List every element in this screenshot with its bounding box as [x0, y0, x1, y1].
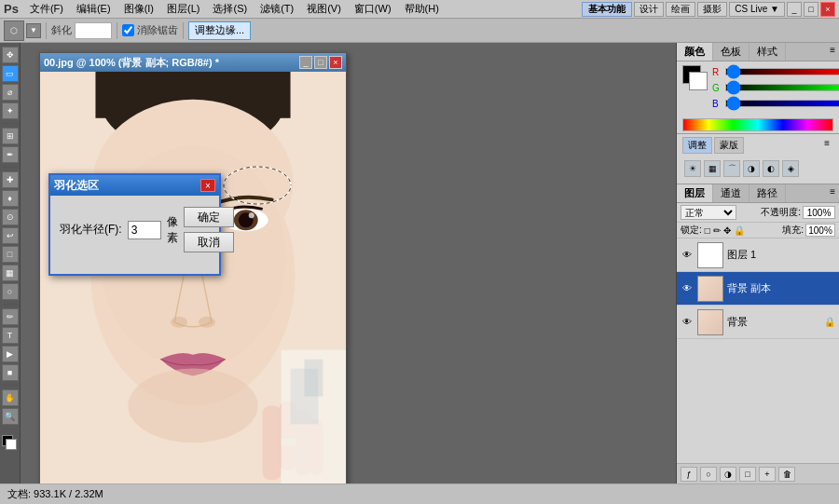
menu-image[interactable]: 图像(I)	[118, 1, 159, 17]
swatches-tab[interactable]: 色板	[713, 43, 750, 61]
layer-eye-0[interactable]: 👁	[681, 249, 694, 262]
photo-button[interactable]: 摄影	[697, 2, 727, 17]
doc-maximize-btn[interactable]: □	[314, 56, 327, 69]
red-slider[interactable]	[725, 68, 839, 75]
lock-pixels-btn[interactable]: ✏	[713, 225, 721, 236]
layer-item-2[interactable]: 👁 背景 🔒	[677, 306, 839, 339]
svg-rect-24	[304, 360, 323, 397]
design-button[interactable]: 设计	[634, 2, 664, 17]
menu-view[interactable]: 视图(V)	[301, 1, 347, 17]
color-spectrum[interactable]	[682, 118, 833, 131]
pen-tool[interactable]: ✏	[2, 308, 19, 325]
delete-layer-button[interactable]: 🗑	[778, 467, 795, 482]
lock-position-btn[interactable]: ✥	[723, 225, 731, 236]
levels-icon[interactable]: ▦	[704, 160, 721, 177]
document-titlebar[interactable]: 00.jpg @ 100% (背景 副本; RGB/8#) * _ □ ×	[40, 53, 346, 72]
minimize-button[interactable]: _	[787, 2, 802, 17]
menu-filter[interactable]: 滤镜(T)	[254, 1, 299, 17]
adjustments-tab[interactable]: 调整	[682, 137, 712, 154]
new-group-button[interactable]: □	[739, 467, 756, 482]
lasso-tool[interactable]: ⌀	[2, 84, 19, 101]
color-tab[interactable]: 颜色	[677, 43, 713, 61]
feather-radius-input[interactable]	[128, 221, 161, 239]
channels-tab[interactable]: 通道	[713, 184, 750, 202]
add-mask-button[interactable]: ○	[700, 467, 717, 482]
lock-transparent-btn[interactable]: □	[705, 225, 710, 236]
layer-item-0[interactable]: 👁 图层 1	[677, 238, 839, 272]
feather-cancel-button[interactable]: 取消	[184, 232, 234, 252]
crop-tool[interactable]: ⊞	[2, 128, 19, 144]
curves-icon[interactable]: ⌒	[723, 160, 740, 177]
workspace-button[interactable]: 基本功能	[582, 2, 632, 17]
tool-arrow-btn[interactable]: ▼	[26, 23, 41, 38]
blur-tool[interactable]: ○	[2, 283, 19, 300]
background-swatch[interactable]	[689, 72, 708, 90]
colorbalance-icon[interactable]: ◈	[782, 160, 799, 177]
color-swatches[interactable]	[2, 435, 19, 450]
layer-eye-1[interactable]: 👁	[681, 282, 694, 295]
close-button[interactable]: ×	[820, 2, 835, 17]
adjust-panel-menu[interactable]: ≡	[820, 137, 833, 154]
feather-close-button[interactable]: ×	[200, 179, 215, 192]
paint-button[interactable]: 绘画	[666, 2, 695, 17]
layers-tab[interactable]: 图层	[677, 184, 713, 202]
blend-mode-select[interactable]: 正常	[681, 205, 736, 220]
add-style-button[interactable]: ƒ	[681, 467, 697, 482]
feather-titlebar[interactable]: 羽化选区 ×	[50, 175, 219, 196]
doc-minimize-btn[interactable]: _	[299, 56, 312, 69]
green-slider[interactable]	[725, 84, 839, 91]
path-tool[interactable]: ▶	[2, 346, 19, 362]
hand-tool[interactable]: ✋	[2, 389, 19, 406]
text-tool[interactable]: T	[2, 327, 19, 344]
menu-select[interactable]: 选择(S)	[207, 1, 253, 17]
paths-tab[interactable]: 路径	[750, 184, 786, 202]
cslive-button[interactable]: CS Live ▼	[729, 2, 785, 17]
document-canvas[interactable]	[40, 72, 346, 484]
new-layer-button[interactable]: +	[759, 467, 776, 482]
opacity-input[interactable]	[803, 206, 835, 219]
refine-edge-button[interactable]: 调整边缘...	[188, 21, 251, 40]
background-color[interactable]	[6, 439, 17, 450]
heal-tool[interactable]: ✚	[2, 171, 19, 188]
fill-control: 填充:	[782, 224, 835, 237]
toolbar-input1[interactable]	[75, 22, 112, 39]
exposure-icon[interactable]: ◑	[743, 160, 760, 177]
styles-tab[interactable]: 样式	[750, 43, 786, 61]
maximize-button[interactable]: □	[804, 2, 818, 17]
blue-slider[interactable]	[725, 100, 839, 107]
menu-help[interactable]: 帮助(H)	[399, 1, 445, 17]
layer-eye-2[interactable]: 👁	[681, 316, 694, 329]
menu-edit[interactable]: 编辑(E)	[71, 1, 117, 17]
eyedropper-tool[interactable]: ✒	[2, 146, 19, 163]
antialiasing-checkbox[interactable]	[122, 24, 134, 36]
menu-window[interactable]: 窗口(W)	[349, 1, 397, 17]
shape-tool[interactable]: ■	[2, 364, 19, 381]
history-tool[interactable]: ↩	[2, 227, 19, 244]
tool-preset-btn[interactable]: ⬡	[4, 20, 24, 41]
layer-thumb-0	[697, 242, 723, 268]
clone-tool[interactable]: ⊙	[2, 209, 19, 225]
hue-sat-icon[interactable]: ◐	[763, 160, 779, 177]
new-adjustment-button[interactable]: ◑	[720, 467, 736, 482]
fg-bg-color[interactable]	[682, 65, 708, 91]
fill-input[interactable]	[805, 224, 835, 237]
selection-tool[interactable]: ▭	[2, 65, 19, 82]
layer-item-1[interactable]: 👁 背景 副本	[677, 272, 839, 306]
color-panel-menu[interactable]: ≡	[826, 43, 839, 61]
layers-panel: 图层 通道 路径 ≡ 正常 不透明度: 锁定: □ ✏ ✥ 🔒	[677, 184, 839, 484]
menu-layer[interactable]: 图层(L)	[161, 1, 205, 17]
lock-all-btn[interactable]: 🔒	[734, 225, 745, 236]
zoom-tool[interactable]: 🔍	[2, 408, 19, 425]
wand-tool[interactable]: ✦	[2, 102, 19, 119]
brush-tool[interactable]: ♦	[2, 190, 19, 207]
adjustment-icons: ☀ ▦ ⌒ ◑ ◐ ◈	[682, 157, 833, 181]
move-tool[interactable]: ✥	[2, 47, 19, 63]
menu-file[interactable]: 文件(F)	[24, 1, 69, 17]
doc-close-btn[interactable]: ×	[329, 56, 342, 69]
eraser-tool[interactable]: □	[2, 246, 19, 263]
brightness-icon[interactable]: ☀	[684, 160, 701, 177]
gradient-tool[interactable]: ▦	[2, 265, 19, 281]
masks-tab[interactable]: 蒙版	[714, 137, 744, 154]
feather-ok-button[interactable]: 确定	[184, 207, 234, 227]
layers-panel-menu[interactable]: ≡	[826, 184, 839, 202]
